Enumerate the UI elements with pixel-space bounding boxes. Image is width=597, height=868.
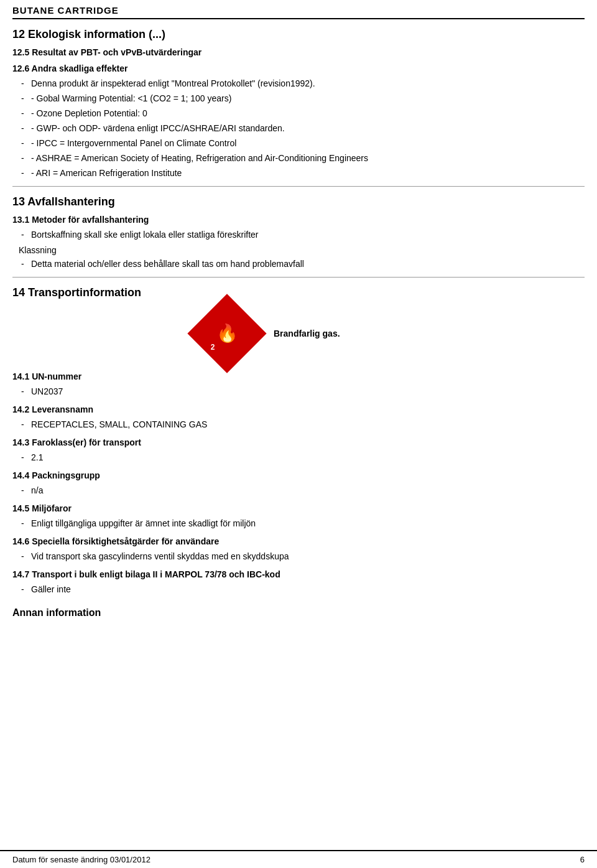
page-footer: Datum för senaste ändring 03/01/2012 6 [0,850,597,868]
flame-icon: 🔥 [216,325,238,342]
section-13-heading: 13 Avfallshantering [12,195,585,208]
gwp-text: - Gobal Warming Potential: <1 (CO2 = 1; … [12,92,585,105]
section-12-heading: 12 Ekologisk information (...) [12,28,585,41]
section-14-3-value: 2.1 [12,451,585,464]
sub-section-14-1-heading: 14.1 UN-nummer [12,371,585,381]
divider-13-14 [12,277,585,278]
annan-information: Annan information [12,607,585,618]
sub-section-14-5-heading: 14.5 Miljöfaror [12,503,585,513]
section-14-1-value: UN2037 [12,385,585,398]
sub-section-13-1-heading: 13.1 Metoder för avfallshantering [12,215,585,225]
hazard-class-number: 2 [211,343,215,352]
page-header: BUTANE CARTRIDGE [12,0,585,19]
ari-text: - ARI = American Refrigeration Institute [12,167,585,180]
sub-section-14-2-heading: 14.2 Leveransnamn [12,404,585,414]
sub-section-14-7-heading: 14.7 Transport i bulk enligt bilaga II i… [12,569,585,579]
sub-section-14-3-heading: 14.3 Faroklass(er) för transport [12,437,585,447]
sub-section-12-5-heading: 12.5 Resultat av PBT- och vPvB-utvärderi… [12,47,585,57]
sub-section-14-4-heading: 14.4 Packningsgrupp [12,470,585,480]
hazard-symbol-row: 🔥 2 Brandfarlig gas. [199,306,585,362]
odp-text: - Ozone Depletion Potential: 0 [12,107,585,120]
section-14-2-value: RECEPTACLES, SMALL, CONTAINING GAS [12,418,585,431]
section-13-1-bullet-1: Bortskaffning skall ske enligt lokala el… [12,228,585,241]
gwp2-text: - GWP- och ODP- värdena enligt IPCC/ASHR… [12,122,585,135]
section-14-4-value: n/a [12,484,585,497]
hazard-diamond-inner: 🔥 [216,325,238,342]
hazard-caption: Brandfarlig gas. [274,329,340,338]
section-12: 12 Ekologisk information (...) 12.5 Resu… [12,28,585,180]
section-14-7-bullet-1: Gäller inte [12,583,585,596]
sub-section-12-6-heading: 12.6 Andra skadliga effekter [12,63,585,73]
hazard-diamond: 🔥 2 [187,294,266,373]
divider-12-13 [12,186,585,187]
klassning-bullet-1: Detta material och/eller dess behållare … [12,258,585,271]
footer-page-number: 6 [580,855,585,864]
ipcc-text: - IPCC = Intergovernmental Panel on Clim… [12,137,585,150]
klassning-label: Klassning [12,245,585,255]
ashrae-text: - ASHRAE = American Society of Heating, … [12,152,585,165]
section-14: 14 Transportinformation 🔥 2 Brandfarlig … [12,286,585,618]
section-12-6-bullet-1: Denna produkt är inspekterad enligt "Mon… [12,77,585,90]
section-13: 13 Avfallshantering 13.1 Metoder för avf… [12,195,585,271]
footer-date: Datum för senaste ändring 03/01/2012 [12,855,150,864]
section-14-5-bullet-1: Enligt tillgängliga uppgifter är ämnet i… [12,517,585,530]
sub-section-14-6-heading: 14.6 Speciella försiktighetsåtgärder för… [12,536,585,546]
section-14-heading: 14 Transportinformation [12,286,585,299]
section-14-6-bullet-1: Vid transport ska gascylinderns ventil s… [12,550,585,563]
document-title: BUTANE CARTRIDGE [12,5,119,16]
